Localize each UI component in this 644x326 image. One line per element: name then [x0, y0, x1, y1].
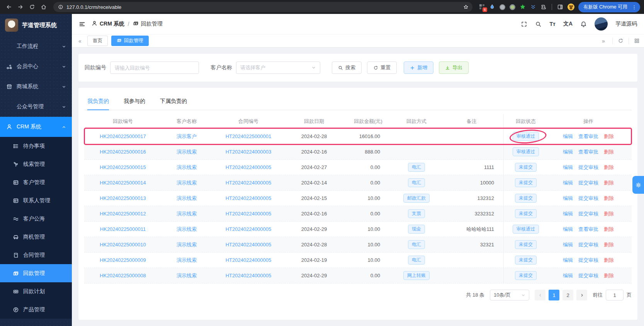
- delete-action[interactable]: 删除: [604, 164, 614, 171]
- receivable-code-link[interactable]: HK20240225000014: [100, 180, 146, 186]
- receivable-code-link[interactable]: HK20240225000008: [100, 273, 146, 278]
- page-tab[interactable]: 首页: [87, 36, 108, 46]
- receivable-code-link[interactable]: HK20240225000015: [100, 164, 146, 170]
- reset-button[interactable]: 重置: [367, 61, 397, 74]
- collapse-menu-icon[interactable]: [79, 21, 85, 27]
- receivable-code-link[interactable]: HK20240225000016: [100, 149, 146, 155]
- refresh-page-icon[interactable]: [618, 38, 624, 44]
- customer-link[interactable]: 演示线索: [177, 164, 197, 171]
- add-button[interactable]: 新增: [404, 61, 433, 74]
- notification-bell-icon[interactable]: [580, 21, 587, 27]
- delete-action[interactable]: 删除: [604, 210, 614, 217]
- search-button[interactable]: 搜索: [332, 61, 362, 74]
- sidebar-subitem[interactable]: 待办事项: [0, 137, 72, 155]
- customer-link[interactable]: 演示线索: [177, 241, 197, 248]
- extensions-puzzle-icon[interactable]: [540, 4, 547, 10]
- edit-action[interactable]: 编辑: [563, 257, 573, 264]
- receivable-code-link[interactable]: HK20240225000017: [100, 133, 146, 139]
- sidebar-subitem[interactable]: 产品管理: [0, 300, 72, 319]
- delete-action[interactable]: 删除: [604, 257, 614, 264]
- edit-action[interactable]: 编辑: [563, 164, 573, 171]
- customer-link[interactable]: 演示线索: [177, 148, 197, 155]
- customer-link[interactable]: 演示客户: [177, 133, 197, 140]
- edit-action[interactable]: 编辑: [563, 148, 573, 155]
- search-icon[interactable]: [535, 21, 542, 27]
- submit-review-action[interactable]: 提交审核: [578, 179, 598, 186]
- delete-action[interactable]: 删除: [604, 226, 614, 233]
- sidebar-subitem[interactable]: 合同管理: [0, 246, 72, 264]
- user-avatar[interactable]: [595, 17, 608, 31]
- prev-page-button[interactable]: [535, 290, 545, 300]
- scope-tab[interactable]: 下属负责的: [160, 95, 187, 110]
- extension-chevrons-icon[interactable]: [530, 4, 536, 10]
- settings-fab[interactable]: [632, 176, 644, 194]
- customer-link[interactable]: 演示线索: [177, 226, 197, 233]
- delete-action[interactable]: 删除: [604, 241, 614, 248]
- contract-link[interactable]: HT20240224000005: [226, 195, 272, 201]
- breadcrumb-item[interactable]: 回款管理: [133, 20, 163, 27]
- font-size-icon[interactable]: Tт: [549, 21, 555, 27]
- contract-link[interactable]: HT20240224000005: [226, 273, 272, 278]
- contract-link[interactable]: HT20240224000005: [226, 257, 272, 263]
- edit-action[interactable]: 编辑: [563, 210, 573, 217]
- sidebar-subitem[interactable]: 联系人管理: [0, 191, 72, 210]
- contract-link[interactable]: HT20240224000005: [226, 180, 272, 186]
- extension-green-icon[interactable]: [510, 4, 515, 10]
- tabs-scroll-right-icon[interactable]: »: [600, 38, 607, 44]
- sidebar-item[interactable]: 工作流程: [0, 36, 72, 56]
- customer-link[interactable]: 演示线索: [177, 257, 197, 264]
- language-icon[interactable]: 文A: [563, 20, 573, 27]
- sidebar-subitem[interactable]: 回款管理: [0, 264, 72, 282]
- customer-link[interactable]: 演示线索: [177, 179, 197, 186]
- view-approval-action[interactable]: 查看审批: [578, 226, 598, 233]
- extension-star-icon[interactable]: [520, 4, 526, 10]
- contract-link[interactable]: HT20240225000001: [226, 133, 272, 139]
- customer-link[interactable]: 演示线索: [177, 195, 197, 202]
- contract-link[interactable]: HT20240224000005: [226, 211, 272, 217]
- view-approval-action[interactable]: 查看审批: [578, 148, 598, 155]
- browser-menu-icon[interactable]: ⋮: [630, 4, 638, 10]
- receivable-code-link[interactable]: HK20240225000012: [100, 211, 146, 217]
- delete-action[interactable]: 删除: [604, 179, 614, 186]
- fullscreen-icon[interactable]: [521, 21, 527, 27]
- edit-action[interactable]: 编辑: [563, 179, 573, 186]
- browser-reload-icon[interactable]: [27, 2, 37, 12]
- sidebar-subitem[interactable]: 商机管理: [0, 228, 72, 246]
- side-panel-icon[interactable]: [557, 4, 563, 10]
- contract-link[interactable]: HT20240224000005: [226, 226, 272, 232]
- submit-review-action[interactable]: 提交审核: [578, 210, 598, 217]
- delete-action[interactable]: 删除: [604, 272, 614, 279]
- layout-grid-icon[interactable]: [634, 38, 640, 44]
- browser-home-icon[interactable]: [39, 2, 49, 12]
- customer-link[interactable]: 演示线索: [177, 210, 197, 217]
- edit-action[interactable]: 编辑: [563, 241, 573, 248]
- receivable-code-link[interactable]: HK20240225000011: [100, 226, 146, 232]
- browser-forward-icon[interactable]: [15, 2, 25, 12]
- sidebar-item[interactable]: CRM 系统: [0, 117, 72, 137]
- receivable-code-link[interactable]: HK20240225000009: [100, 257, 146, 263]
- sidebar-item[interactable]: 公众号管理: [0, 97, 72, 117]
- chrome-update-button[interactable]: 有新版 Chrome 可用 ⋮: [578, 2, 640, 12]
- contract-link[interactable]: HT20240224000005: [226, 164, 272, 170]
- delete-action[interactable]: 删除: [604, 195, 614, 202]
- receivable-code-link[interactable]: HK20240225000010: [100, 242, 146, 247]
- receivable-no-input[interactable]: [110, 61, 199, 74]
- extension-gray-icon[interactable]: [500, 4, 505, 10]
- sidebar-subitem[interactable]: 客户公海: [0, 210, 72, 228]
- browser-back-icon[interactable]: [4, 2, 14, 12]
- sidebar-subitem[interactable]: 线索管理: [0, 155, 72, 173]
- view-approval-action[interactable]: 查看审批: [578, 133, 598, 140]
- edit-action[interactable]: 编辑: [563, 272, 573, 279]
- delete-action[interactable]: 删除: [604, 133, 614, 140]
- address-bar[interactable]: 127.0.0.1/crm/receivable: [53, 2, 472, 12]
- edit-action[interactable]: 编辑: [563, 226, 573, 233]
- profile-emoji-icon[interactable]: [568, 3, 574, 10]
- edit-action[interactable]: 编辑: [563, 195, 573, 202]
- contract-link[interactable]: HT20240224000005: [226, 242, 272, 247]
- customer-link[interactable]: 演示线索: [177, 272, 197, 279]
- next-page-button[interactable]: [576, 290, 587, 300]
- customer-select[interactable]: 请选择客户: [236, 61, 320, 74]
- page-tab[interactable]: 回款管理: [111, 36, 149, 46]
- bookmark-star-icon[interactable]: [461, 2, 471, 12]
- sidebar-item[interactable]: 会员中心: [0, 56, 72, 77]
